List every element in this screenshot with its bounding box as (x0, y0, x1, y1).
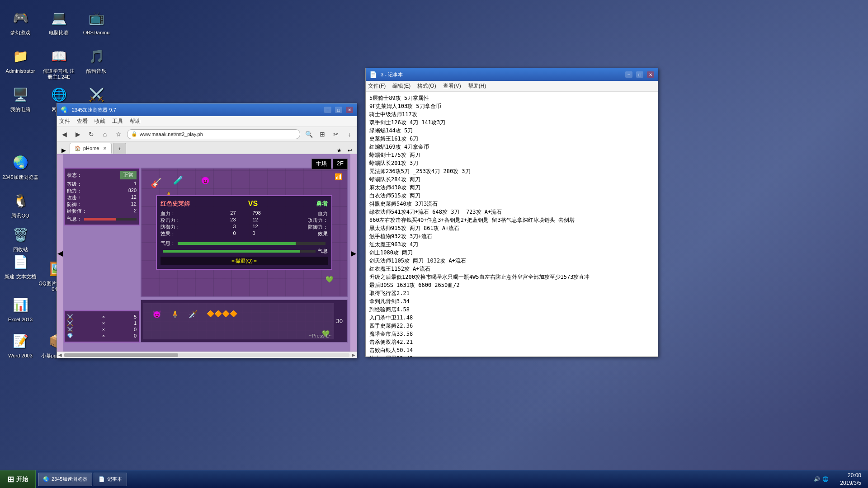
desktop-icon-music[interactable]: 🎵 酷狗音乐 (78, 45, 114, 74)
browser-bookmark-button[interactable]: ★ (335, 147, 344, 154)
desktop-icon-mhxy[interactable]: 🎮 梦幻游戏 (2, 7, 38, 36)
desktop: 🎮 梦幻游戏 💻 电脑比赛 📺 OBSDanmu 📁 Administrator… (0, 0, 868, 488)
press-text: ~Press L~ (309, 333, 331, 338)
taskbar-app-browser[interactable]: 🌏 2345加速浏览器 (38, 473, 92, 486)
taskbar-apps: 🌏 2345加速浏览器 📄 记事本 (36, 470, 809, 488)
level-value: 1 (134, 181, 137, 188)
desktop-icon-recycle[interactable]: 🗑️ 回收站 (2, 224, 38, 253)
desktop-icon-diannaobisai[interactable]: 💻 电脑比赛 (41, 7, 77, 36)
status-value: 正常 (120, 171, 137, 179)
browser-address-bar[interactable]: 🔒 www.maaak.net/mt2_play.ph (127, 129, 300, 139)
desktop-icon-word2003[interactable]: 📝 Word 2003 (2, 330, 38, 359)
browser-menu-file[interactable]: 文件 (59, 117, 70, 125)
browser-tab-navigate[interactable]: ▶ (59, 147, 68, 154)
desktop-icon-qq[interactable]: 🐧 腾讯QQ (2, 190, 38, 219)
browser-titlebar: 🌏 2345加速浏览器 9.7 − □ ✕ (57, 103, 357, 116)
browser-tab-close[interactable]: ✕ (103, 146, 107, 151)
notepad-minimize-button[interactable]: − (625, 71, 632, 78)
notepad-title: 3 - 记事本 (381, 71, 622, 78)
desktop-icon-xuexi[interactable]: 📖 儒道学习机 注册主1.24E (41, 45, 77, 80)
browser-scroll-right[interactable]: ▶ (350, 154, 357, 352)
browser-grid-button[interactable]: ⊞ (317, 129, 327, 139)
browser-window: 🌏 2345加速浏览器 9.7 − □ ✕ 文件 查看 收藏 工具 帮助 ◀ ▶… (57, 103, 357, 358)
exp-value: 2 (134, 208, 137, 215)
browser-back-nav-button[interactable]: ↩ (345, 147, 354, 154)
def-value: 12 (131, 201, 137, 208)
browser-menu-help[interactable]: 帮助 (130, 117, 141, 125)
desktop-icon-mycomputer[interactable]: 🖥️ 我的电脑 (2, 84, 38, 113)
game-floor-label: 主塔 (311, 159, 331, 169)
notepad-text-area[interactable]: 5层骑士89攻 5刀掌属性 9F史莱姆人103攻 5刀拿金币 骑士中级法师117… (366, 92, 658, 357)
notepad-maximize-button[interactable]: □ (636, 71, 643, 78)
game-floor-num: 2F (333, 159, 348, 169)
taskbar-clock: 20:00 2019/3/5 (833, 472, 868, 487)
notepad-menu-view[interactable]: 查看(V) (443, 82, 461, 90)
hp-value: 820 (128, 188, 137, 194)
browser-maximize-button[interactable]: □ (335, 107, 342, 113)
score-row-1: 1 (134, 320, 137, 326)
desktop-icon-newtxt[interactable]: 📄 新建 文本文档 (2, 251, 38, 280)
browser-menu-favorite[interactable]: 收藏 (94, 117, 105, 125)
desktop-icon-2345[interactable]: 🌏 2345加速浏览器 (2, 151, 38, 180)
taskbar-system-tray: 🔊 🌐 (809, 476, 833, 482)
browser-minimize-button[interactable]: − (324, 107, 331, 113)
taskbar: ⊞ 开始 🌏 2345加速浏览器 📄 记事本 🔊 🌐 20:00 2019/3/… (0, 470, 868, 488)
browser-home-button[interactable]: ⌂ (100, 129, 110, 139)
browser-menu-view[interactable]: 查看 (77, 117, 88, 125)
browser-menu-tools[interactable]: 工具 (112, 117, 123, 125)
desktop-icon-excel[interactable]: 📊 Excel 2013 (2, 294, 38, 323)
browser-tab-phome[interactable]: 🏠 pHome ✕ (70, 143, 112, 154)
browser-title: 2345加速浏览器 9.7 (72, 107, 321, 113)
score-row-3: 0 (134, 333, 137, 339)
browser-back-button[interactable]: ◀ (59, 129, 69, 139)
taskbar-date: 2019/3/5 (840, 479, 861, 487)
browser-tab-new[interactable]: + (113, 143, 126, 154)
score-row-2: 0 (134, 327, 137, 333)
browser-horizontal-scrollbar[interactable]: ◀ ▶ (57, 352, 357, 358)
browser-content: ◀ ▶ 主塔 2F 🎸 🧪 😈 🧍 (57, 154, 357, 352)
notepad-titlebar: 📄 3 - 记事本 − □ ✕ (366, 68, 658, 81)
notepad-window: 📄 3 - 记事本 − □ ✕ 文件(F) 编辑(E) 格式(O) 查看(V) … (365, 68, 658, 357)
notepad-menu-edit[interactable]: 编辑(E) (392, 82, 410, 90)
desktop-icon-obs[interactable]: 📺 OBSDanmu (78, 7, 114, 36)
browser-scissors-button[interactable]: ✂ (331, 129, 341, 139)
browser-menubar: 文件 查看 收藏 工具 帮助 (57, 116, 357, 127)
page-number: 30 (334, 318, 345, 324)
browser-refresh-button[interactable]: ↻ (86, 129, 96, 139)
browser-search-button[interactable]: 🔍 (304, 129, 314, 139)
taskbar-app-notepad[interactable]: 📄 记事本 (94, 473, 127, 486)
volume-icon: 🔊 (814, 476, 820, 482)
browser-toolbar: ◀ ▶ ↻ ⌂ ☆ 🔒 www.maaak.net/mt2_play.ph 🔍 … (57, 127, 357, 141)
desktop-icon-admin[interactable]: 📁 Administrator (2, 45, 38, 74)
start-button[interactable]: ⊞ 开始 (0, 470, 36, 488)
browser-star-button[interactable]: ☆ (113, 129, 123, 139)
browser-forward-button[interactable]: ▶ (73, 129, 83, 139)
notepad-menu-format[interactable]: 格式(O) (417, 82, 436, 90)
notepad-menubar: 文件(F) 编辑(E) 格式(O) 查看(V) 帮助(H) (366, 81, 658, 92)
browser-tabbar: ▶ 🏠 pHome ✕ + ★ ↩ (57, 141, 357, 154)
notepad-close-button[interactable]: ✕ (647, 71, 654, 78)
taskbar-time: 20:00 (840, 472, 861, 479)
browser-scroll-left[interactable]: ◀ (57, 154, 63, 352)
network-icon: 🌐 (822, 476, 829, 482)
browser-download-button[interactable]: ↓ (344, 129, 354, 139)
browser-close-button[interactable]: ✕ (346, 107, 353, 113)
notepad-menu-file[interactable]: 文件(F) (368, 82, 386, 90)
notepad-menu-help[interactable]: 帮助(H) (468, 82, 486, 90)
status-title: 状态： (67, 172, 82, 178)
score-row-0: 5 (134, 314, 137, 320)
atk-value: 12 (131, 194, 137, 201)
browser-url: www.maaak.net/mt2_play.ph (140, 131, 203, 137)
